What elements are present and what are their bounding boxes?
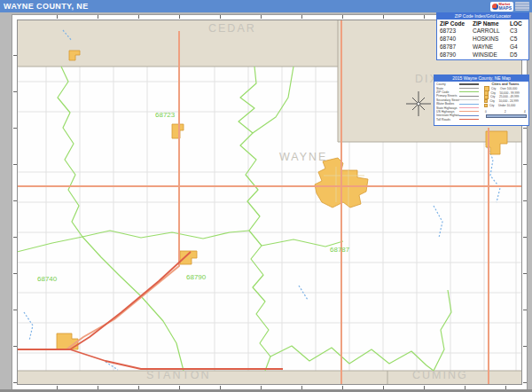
col-zip-code: ZIP Code bbox=[437, 20, 470, 27]
zip-index-cell: 68790 bbox=[437, 51, 470, 59]
city-size-swatch bbox=[484, 99, 489, 104]
zip-index-cell: C3 bbox=[507, 27, 528, 35]
zip-index-row: 68740HOSKINSC5 bbox=[437, 35, 528, 43]
zip-index-cell: C5 bbox=[507, 35, 528, 43]
zip-index-cell: HOSKINS bbox=[470, 35, 507, 43]
city-row-label: City bbox=[490, 91, 497, 95]
key-row-label: Water Bodies bbox=[436, 102, 459, 106]
key-row-label: US Highways bbox=[436, 110, 459, 114]
key-row-swatch bbox=[459, 107, 479, 108]
zip-index-panel: ZIP Code Index/Grid Locator ZIP Code ZIP… bbox=[436, 12, 529, 60]
map-frame: CEDARDIXONWAYNESTANTONCUMING687236878768… bbox=[0, 12, 532, 392]
key-row-swatch bbox=[459, 115, 479, 116]
map-key-line-legend: CountyStateZIP CodePrimary StreetsSecond… bbox=[436, 82, 484, 122]
col-zip-name: ZIP Name bbox=[470, 20, 507, 27]
page: WAYNE COUNTY, NE Market MAPS bbox=[0, 0, 532, 392]
city-row-desc: Over 100,000 bbox=[500, 87, 517, 90]
map-key-body: CountyStateZIP CodePrimary StreetsSecond… bbox=[434, 82, 528, 122]
key-row-label: State bbox=[436, 87, 459, 90]
zip-index-cell: D5 bbox=[507, 51, 528, 59]
key-row-label: Interstate Highways bbox=[436, 114, 459, 117]
title-bar: WAYNE COUNTY, NE Market MAPS bbox=[0, 0, 532, 12]
key-row-swatch bbox=[459, 91, 479, 92]
zip-index-row: 68787WAYNEG4 bbox=[437, 43, 528, 51]
zip-index-header-row: ZIP Code ZIP Name LOC bbox=[437, 20, 528, 27]
scale-bar: 024 bbox=[484, 110, 527, 119]
brand-logo-mark: Market MAPS bbox=[490, 2, 513, 12]
scale-tick-label: 4 bbox=[524, 110, 526, 114]
key-row-label: County bbox=[436, 82, 459, 86]
city-size-swatch bbox=[484, 104, 488, 107]
city-row-desc: 50,000 - 99,999 bbox=[499, 91, 519, 95]
zip-index-cell: CARROLL bbox=[470, 27, 507, 35]
key-row-label: Primary Streets bbox=[436, 94, 459, 98]
scale-tick-label: 0 bbox=[485, 110, 487, 114]
town-marker-carroll bbox=[172, 124, 184, 138]
city-row-desc: 10,000 - 24,999 bbox=[498, 99, 518, 103]
brand-logo-badge bbox=[515, 2, 529, 11]
zip-index-cell: 68723 bbox=[437, 27, 470, 35]
map-key-cities-legend: Cities and Towns CityOver 100,000City50,… bbox=[484, 82, 527, 122]
zip-index-cell: WINSIDE bbox=[470, 51, 507, 59]
key-row-swatch bbox=[459, 96, 479, 97]
city-row-desc: Under 10,000 bbox=[498, 104, 515, 107]
zip-index-row: 68790WINSIDED5 bbox=[437, 51, 528, 59]
city-row-label: City bbox=[490, 95, 497, 98]
zip-index-cell: 68787 bbox=[437, 43, 470, 51]
col-loc: LOC bbox=[507, 20, 528, 27]
key-row-label: State Highways bbox=[436, 106, 459, 110]
brand-logo: Market MAPS bbox=[490, 1, 529, 12]
zip-index-table-body: 68723CARROLLC368740HOSKINSC568787WAYNEG4… bbox=[437, 27, 528, 59]
scale-bar-line bbox=[486, 114, 527, 118]
key-row-label: Secondary Streets bbox=[436, 98, 459, 102]
key-row-swatch bbox=[459, 99, 479, 100]
highway-lines-red bbox=[17, 252, 283, 369]
key-row-label: ZIP Code bbox=[436, 90, 459, 94]
map-key-panel: 2015 Wayne County, NE Map CountyStateZIP… bbox=[434, 74, 529, 126]
zip-index-row: 68723CARROLLC3 bbox=[437, 27, 528, 35]
page-title: WAYNE COUNTY, NE bbox=[0, 2, 89, 11]
city-size-rows: CityOver 100,000City50,000 - 99,999City2… bbox=[484, 87, 527, 107]
key-row-swatch bbox=[459, 111, 479, 112]
zip-index-header: ZIP Code Index/Grid Locator bbox=[437, 13, 528, 20]
key-row-swatch bbox=[459, 119, 479, 120]
stanton-cuming-area bbox=[17, 371, 522, 385]
zip-index-cell: G4 bbox=[507, 43, 528, 51]
brand-logo-text-2: MAPS bbox=[499, 6, 512, 11]
city-row: CityUnder 10,000 bbox=[484, 103, 527, 107]
map-key-header: 2015 Wayne County, NE Map bbox=[434, 75, 528, 82]
city-row-label: City bbox=[491, 87, 498, 90]
key-row-swatch bbox=[459, 88, 479, 89]
city-row-label: City bbox=[489, 104, 497, 107]
zip-index-cell: WAYNE bbox=[470, 43, 507, 51]
key-row-swatch bbox=[459, 83, 479, 85]
zip-index-table: ZIP Code ZIP Name LOC 68723CARROLLC36874… bbox=[437, 20, 528, 59]
zip-index-cell: 68740 bbox=[437, 35, 470, 43]
key-row-label: Toll Roads bbox=[436, 118, 459, 122]
city-row-label: City bbox=[489, 99, 497, 103]
key-row-swatch bbox=[459, 104, 479, 105]
scale-tick-label: 2 bbox=[505, 110, 506, 114]
city-row-desc: 25,000 - 49,999 bbox=[499, 95, 519, 98]
key-row: Toll Roads bbox=[436, 118, 484, 122]
globe-icon bbox=[492, 4, 498, 10]
cedar-county-area bbox=[17, 20, 338, 67]
